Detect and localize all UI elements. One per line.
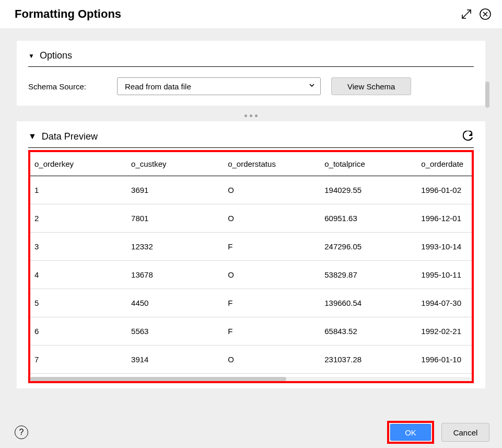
preview-highlight: o_orderkey o_custkey o_orderstatus o_tot…	[28, 150, 474, 383]
table-row[interactable]: 413678O53829.871995-10-115-LO	[30, 261, 472, 289]
table-cell: 7	[30, 346, 127, 374]
schema-source-label: Schema Source:	[28, 82, 107, 91]
table-cell: 4450	[127, 289, 224, 317]
close-icon[interactable]	[479, 8, 492, 20]
collapse-triangle-icon: ▼	[28, 52, 34, 60]
scrollbar-thumb[interactable]	[30, 377, 286, 381]
help-icon[interactable]: ?	[15, 426, 28, 439]
table-cell: 5563	[127, 317, 224, 346]
options-header[interactable]: ▼ Options	[28, 50, 474, 67]
preview-header-left[interactable]: ▼ Data Preview	[28, 131, 98, 142]
data-preview-table: o_orderkey o_custkey o_orderstatus o_tot…	[30, 152, 472, 374]
table-cell: 4	[30, 261, 127, 289]
table-cell: 1996-12-01	[417, 204, 472, 233]
table-row[interactable]: 65563F65843.521992-02-214-NO	[30, 317, 472, 346]
table-cell: 194029.55	[320, 176, 417, 204]
table-cell: 2	[30, 204, 127, 233]
table-cell: 231037.28	[320, 346, 417, 374]
title-bar: Formatting Options	[0, 0, 502, 28]
column-header[interactable]: o_orderstatus	[224, 152, 320, 176]
panel-splitter[interactable]	[0, 106, 502, 121]
table-row[interactable]: 312332F247296.051993-10-145-LO	[30, 233, 472, 261]
table-cell: 3914	[127, 346, 224, 374]
column-header[interactable]: o_custkey	[127, 152, 224, 176]
table-cell: 12332	[127, 233, 224, 261]
table-row[interactable]: 54450F139660.541994-07-305-LO	[30, 289, 472, 317]
table-cell: 1992-02-21	[417, 317, 472, 346]
options-title: Options	[40, 50, 72, 61]
table-cell: 139660.54	[320, 289, 417, 317]
table-cell: F	[224, 289, 320, 317]
view-schema-button[interactable]: View Schema	[331, 77, 411, 95]
preview-title: Data Preview	[42, 131, 98, 142]
table-cell: 247296.05	[320, 233, 417, 261]
table-cell: F	[224, 317, 320, 346]
table-cell: 65843.52	[320, 317, 417, 346]
table-row[interactable]: 73914O231037.281996-01-102-HI	[30, 346, 472, 374]
schema-source-select-wrap: Read from data file	[117, 77, 321, 95]
splitter-dots-icon	[244, 114, 258, 117]
table-cell: 53829.87	[320, 261, 417, 289]
ok-highlight: OK	[387, 421, 434, 444]
table-cell: 1994-07-30	[417, 289, 472, 317]
table-cell: 7801	[127, 204, 224, 233]
content-area: ▼ Options Schema Source: Read from data …	[0, 41, 502, 388]
schema-source-select[interactable]: Read from data file	[117, 77, 321, 95]
collapse-triangle-icon: ▼	[28, 132, 37, 141]
table-cell: O	[224, 261, 320, 289]
schema-source-row: Schema Source: Read from data file View …	[28, 77, 474, 95]
table-cell: 1996-01-10	[417, 346, 472, 374]
table-cell: O	[224, 346, 320, 374]
column-header[interactable]: o_totalprice	[320, 152, 417, 176]
vertical-scrollbar[interactable]	[485, 82, 489, 108]
table-cell: 3691	[127, 176, 224, 204]
table-cell: O	[224, 176, 320, 204]
table-body: 13691O194029.551996-01-025-LO27801O60951…	[30, 176, 472, 374]
table-cell: 1995-10-11	[417, 261, 472, 289]
table-scroll[interactable]: o_orderkey o_custkey o_orderstatus o_tot…	[30, 152, 472, 374]
table-row[interactable]: 13691O194029.551996-01-025-LO	[30, 176, 472, 204]
table-cell: 1996-01-02	[417, 176, 472, 204]
table-cell: 3	[30, 233, 127, 261]
table-header-row: o_orderkey o_custkey o_orderstatus o_tot…	[30, 152, 472, 176]
table-cell: F	[224, 233, 320, 261]
data-preview-panel: ▼ Data Preview o_orderk	[17, 121, 485, 388]
cancel-button[interactable]: Cancel	[441, 423, 489, 442]
ok-button[interactable]: OK	[390, 424, 431, 441]
options-panel: ▼ Options Schema Source: Read from data …	[17, 41, 485, 106]
table-cell: 1993-10-14	[417, 233, 472, 261]
expand-icon[interactable]	[461, 9, 472, 19]
table-cell: 6	[30, 317, 127, 346]
table-cell: 5	[30, 289, 127, 317]
table-cell: O	[224, 204, 320, 233]
title-controls	[461, 8, 492, 20]
preview-header: ▼ Data Preview	[28, 131, 474, 148]
formatting-options-dialog: Formatting Options ▼ Options	[0, 0, 502, 448]
table-row[interactable]: 27801O60951.631996-12-011-UR	[30, 204, 472, 233]
horizontal-scrollbar[interactable]	[30, 377, 472, 381]
dialog-title: Formatting Options	[15, 7, 121, 21]
table-cell: 60951.63	[320, 204, 417, 233]
column-header[interactable]: o_orderkey	[30, 152, 127, 176]
column-header[interactable]: o_orderdate	[417, 152, 472, 176]
dialog-footer: ? OK Cancel	[0, 417, 502, 448]
table-cell: 1	[30, 176, 127, 204]
footer-buttons: OK Cancel	[387, 421, 489, 444]
table-cell: 13678	[127, 261, 224, 289]
refresh-icon[interactable]	[462, 131, 474, 142]
